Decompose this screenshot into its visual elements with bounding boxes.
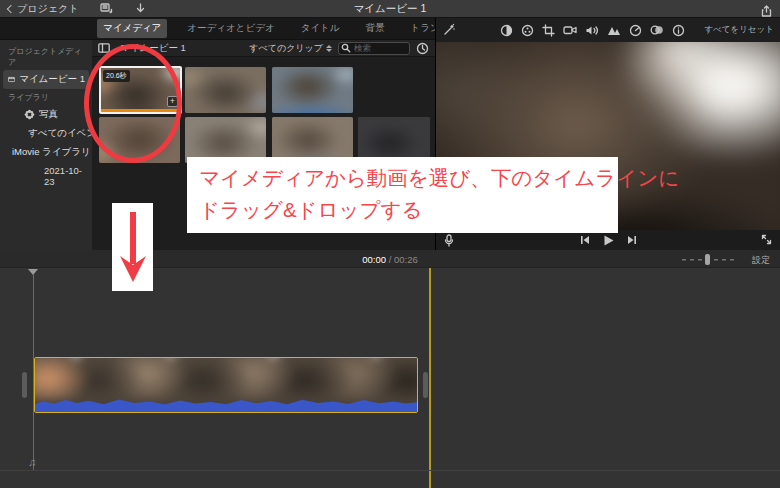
top-toolbar: プロジェクト マイムービー 1 xyxy=(0,0,780,18)
library-header: ライブラリ xyxy=(0,89,92,105)
volume-icon[interactable] xyxy=(585,24,599,37)
window-title: マイムービー 1 xyxy=(0,2,780,16)
zoom-slider-thumb[interactable] xyxy=(705,254,710,265)
back-label: プロジェクト xyxy=(17,2,78,16)
timeline-clip-selected[interactable] xyxy=(34,357,418,413)
instruction-line-1: マイメディアから動画を選び、下のタイムラインに xyxy=(199,162,606,194)
clip-preview xyxy=(272,67,353,113)
media-thumbnail-selected[interactable]: 20.6秒 + xyxy=(99,66,182,114)
timeline-zoom-slider[interactable] xyxy=(682,256,734,263)
instruction-line-2: ドラッグ&ドロップする xyxy=(199,194,606,226)
red-arrow-annotation xyxy=(112,203,153,291)
sidebar-item-imovie-library[interactable]: iMovie ライブラリ xyxy=(0,143,92,162)
clip-filter-popup[interactable]: すべてのクリップ xyxy=(249,42,332,55)
noise-eq-icon[interactable] xyxy=(607,24,621,36)
effects-icon[interactable] xyxy=(650,24,664,36)
info-icon[interactable] xyxy=(672,24,685,37)
sidebar-item-photos[interactable]: 写真 xyxy=(0,105,92,124)
tab-backgrounds[interactable]: 背景 xyxy=(360,19,391,38)
project-settings-button[interactable] xyxy=(100,3,113,14)
transport-controls xyxy=(436,234,780,247)
clip-trim-handle-right[interactable] xyxy=(423,372,428,398)
auto-enhance-wand-icon[interactable] xyxy=(442,23,456,37)
sidebar-toggle-icon[interactable] xyxy=(98,43,110,53)
imovie-window: プロジェクト マイムービー 1 マイメディア オーディオとビデオ タイトル xyxy=(0,0,780,488)
clip-duration-icon[interactable] xyxy=(416,42,429,55)
libraries-sidebar: プロジェクトメディア マイムービー 1 ライブラリ 写真 xyxy=(0,40,92,250)
crop-icon[interactable] xyxy=(542,24,555,37)
clip-filmstrip-blurred xyxy=(34,357,418,400)
project-media-header: プロジェクトメディア xyxy=(0,43,92,70)
current-time: 00:00 xyxy=(362,254,386,265)
download-arrow-icon xyxy=(135,3,146,14)
playback-controls xyxy=(436,230,780,250)
timeline-track-area[interactable]: ♫ xyxy=(0,268,780,488)
skip-back-icon[interactable] xyxy=(580,235,590,245)
clip-preview xyxy=(99,117,180,163)
reset-all-button[interactable]: すべてをリセット xyxy=(704,24,774,36)
search-icon xyxy=(341,43,351,53)
stabilization-camera-icon[interactable] xyxy=(563,24,577,36)
search-field-wrap xyxy=(338,42,410,55)
filmstrip-icon xyxy=(8,75,15,84)
timeline-track-divider xyxy=(0,470,780,471)
photos-label: 写真 xyxy=(39,108,58,121)
chevron-left-icon xyxy=(7,4,15,12)
fullscreen-icon[interactable] xyxy=(761,234,772,245)
photos-icon xyxy=(24,109,35,120)
content-tabbar: マイメディア オーディオとビデオ タイトル 背景 トランジション xyxy=(0,18,435,40)
audio-waveform xyxy=(35,398,417,412)
tab-titles[interactable]: タイトル xyxy=(295,19,346,38)
media-thumbnail[interactable] xyxy=(272,67,353,113)
media-thumbnail[interactable] xyxy=(99,117,180,163)
clip-filter-label: すべてのクリップ xyxy=(249,42,323,55)
total-duration: / 00:26 xyxy=(389,254,418,265)
sidebar-item-project[interactable]: マイムービー 1 xyxy=(3,70,89,89)
imovie-library-label: iMovie ライブラリ xyxy=(12,146,91,159)
color-balance-icon[interactable] xyxy=(500,24,513,37)
duration-badge: 20.6秒 xyxy=(103,70,130,82)
background-music-well-icon: ♫ xyxy=(28,456,36,468)
clip-preview xyxy=(185,67,266,113)
clip-end-guide-line xyxy=(429,268,431,488)
add-to-timeline-button[interactable]: + xyxy=(167,96,178,107)
popup-chevrons-icon xyxy=(326,45,332,52)
adjust-buttons xyxy=(500,24,685,37)
sidebar-item-event-date[interactable]: 2021-10-23 xyxy=(0,162,92,190)
speed-icon[interactable] xyxy=(629,24,642,37)
color-correction-icon[interactable] xyxy=(521,24,534,37)
skip-forward-icon[interactable] xyxy=(627,235,637,245)
media-thumbnail[interactable] xyxy=(185,67,266,113)
timeline-settings-button[interactable]: 設定 xyxy=(752,254,770,267)
sidebar-item-all-events[interactable]: すべてのイベント xyxy=(0,124,92,143)
viewer-toolbar: すべてをリセット xyxy=(436,18,780,42)
duration-bar xyxy=(101,109,180,112)
down-arrow-icon xyxy=(116,208,150,286)
tab-audio-video[interactable]: オーディオとビデオ xyxy=(181,19,280,38)
browser-title: マイムービー 1 xyxy=(120,42,186,55)
tab-my-media[interactable]: マイメディア xyxy=(97,19,167,38)
play-icon[interactable] xyxy=(602,234,615,247)
clip-trim-handle-left[interactable] xyxy=(22,372,27,398)
share-icon xyxy=(761,5,772,17)
back-to-projects-button[interactable]: プロジェクト xyxy=(8,2,78,16)
instruction-note: マイメディアから動画を選び、下のタイムラインに ドラッグ&ドロップする xyxy=(187,157,618,233)
browser-header: マイムービー 1 すべてのクリップ xyxy=(92,40,435,57)
project-settings-icon xyxy=(100,3,113,14)
import-media-button[interactable] xyxy=(135,3,146,14)
sidebar-project-label: マイムービー 1 xyxy=(19,73,85,86)
